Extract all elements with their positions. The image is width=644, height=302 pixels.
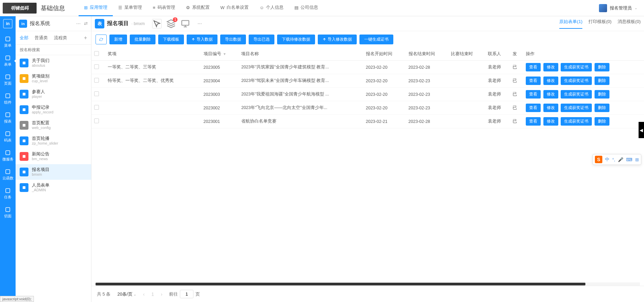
export-data-button[interactable]: 导出数据 [220,35,246,44]
top-nav-item[interactable]: W白名单设置 [215,0,254,16]
tree-item[interactable]: 新闻公告bm_news [16,149,91,164]
import-data-button[interactable]: 导入数据 [187,35,217,44]
view-button[interactable]: 查看 [526,77,541,85]
column-header[interactable]: 项目名称 [238,48,363,61]
left-tab[interactable]: 全部 [20,34,28,42]
download-modify-button[interactable]: 下载待修改数据 [277,35,315,44]
column-header[interactable]: 操作 [523,48,644,61]
add-button[interactable]: 新增 [109,35,127,44]
gen-cert-button[interactable]: 生成获奖证书 [561,90,592,99]
delete-button[interactable]: 删除 [595,104,609,112]
top-nav-item[interactable]: ☺个人信息 [254,0,289,16]
view-button[interactable]: 查看 [526,104,541,112]
tree-search-input[interactable] [16,45,91,55]
top-nav-item[interactable]: ⚙系统配置 [181,0,215,16]
content-header-tab[interactable]: 原始表单(1) [559,19,582,29]
tree-item[interactable]: 关于我们aboutus [16,55,91,71]
layers-button[interactable]: 1 [166,19,176,28]
left-tab[interactable]: 流程类 [54,34,67,42]
column-header[interactable]: 发 [510,48,523,61]
next-page-button[interactable]: › [161,292,163,297]
delete-button[interactable]: 删除 [595,77,609,85]
content-header-tab[interactable]: 打印模板(0) [588,19,611,29]
gen-cert-button[interactable]: 生成获奖证书 [561,63,592,71]
top-nav-item[interactable]: ▤公司信息 [289,0,324,16]
ime-bar[interactable]: S 中 °, 🎤 ⌨ ⊞ [593,154,641,165]
row-checkbox[interactable] [94,105,99,110]
swap-icon[interactable]: ⇄ [84,21,88,26]
ime-keyboard-icon[interactable]: ⌨ [626,157,632,162]
view-button[interactable]: 查看 [526,90,541,99]
rail-item[interactable]: 菜单 [0,33,16,51]
ime-mic-icon[interactable]: 🎤 [618,157,623,162]
filter-icon[interactable]: ▼ [223,52,226,56]
column-header[interactable]: 联系人 [485,48,510,61]
left-tab[interactable]: 普通类 [35,34,48,42]
more-tools-button[interactable]: ⋯ [195,19,204,28]
export-selected-button[interactable]: 导出已选 [249,35,274,44]
select-all-checkbox[interactable] [94,51,99,56]
edit-button[interactable]: 修改 [543,63,558,71]
edit-button[interactable]: 修改 [543,104,558,112]
row-checkbox[interactable] [94,118,99,123]
right-drawer-toggle[interactable]: ◀ [639,122,644,138]
desktop-button[interactable] [181,19,190,28]
column-header[interactable]: 项目编号 ▼ [201,48,239,61]
top-nav-item[interactable]: ☰菜单管理 [113,0,147,16]
rail-item[interactable]: 表单 [0,51,16,70]
rail-item[interactable]: 报表 [0,108,16,127]
row-checkbox[interactable] [94,64,99,69]
rail-item[interactable]: 码表 [0,127,16,146]
edit-button[interactable]: 修改 [543,90,558,99]
app-icon[interactable]: in [3,19,13,28]
column-header[interactable]: 比赛结束时 [448,48,485,61]
tree-item[interactable]: 人员表单_ADMIN [16,180,91,195]
gen-cert-button[interactable]: 生成获奖证书 [561,117,592,126]
gen-cert-button[interactable]: 生成获奖证书 [561,104,592,112]
row-checkbox[interactable] [94,91,99,96]
jump-input[interactable] [180,290,193,298]
tree-item[interactable]: 报名项目bmxm [16,164,91,180]
ime-lang[interactable]: 中 [605,156,609,163]
page-size-select[interactable]: 20条/页 ⌄ [117,291,136,297]
gen-cert-button[interactable]: 一键生成证书 [359,35,393,44]
rail-item[interactable]: 切面 [0,203,16,222]
delete-button[interactable]: 删除 [595,90,609,99]
page-number[interactable]: 1 [151,292,154,297]
user-menu[interactable]: 报名管理员 ⌄ [599,4,644,12]
column-header[interactable]: 报名结束时间 [406,48,449,61]
tree-item[interactable]: 奖项级别cup_level [16,71,91,86]
tree-item[interactable]: 参赛人player [16,86,91,102]
delete-button[interactable]: 删除 [595,117,609,126]
edit-button[interactable]: 修改 [543,77,558,85]
rail-item[interactable]: 云函数 [0,165,16,184]
top-nav-item[interactable]: ⊞应用管理 [79,0,113,16]
rail-item[interactable]: 任务 [0,184,16,203]
top-nav-item[interactable]: ≡码表管理 [147,0,181,16]
horizontal-scrollbar[interactable] [96,282,640,286]
view-button[interactable]: 查看 [526,63,541,71]
rail-item[interactable]: 组件 [0,89,16,108]
ime-grid-icon[interactable]: ⊞ [635,157,639,162]
tree-item[interactable]: 申报记录apply_record [16,102,91,117]
content-header-tab[interactable]: 消息模板(0) [618,19,641,29]
cursor-tool-button[interactable] [152,19,162,28]
prev-page-button[interactable]: ‹ [143,292,145,297]
tree-item[interactable]: 首页配置web_config [16,117,91,133]
import-modify-button[interactable]: 导入修改数据 [318,35,357,44]
gen-cert-button[interactable]: 生成获奖证书 [561,77,592,85]
tree-item[interactable]: 首页轮播zp_home_slider [16,133,91,149]
refresh-button[interactable] [96,35,107,44]
rail-item[interactable]: 页面 [0,70,16,89]
rail-item[interactable]: 微服务 [0,146,16,165]
column-header[interactable]: 奖项 [105,48,201,61]
edit-button[interactable]: 修改 [543,117,558,126]
ime-punct-icon[interactable]: °, [612,157,615,162]
delete-button[interactable]: 删除 [595,63,609,71]
column-header[interactable]: 报名开始时间 [363,48,406,61]
download-template-button[interactable]: 下载模板 [158,35,184,44]
batch-delete-button[interactable]: 批量删除 [130,35,155,44]
view-button[interactable]: 查看 [526,117,541,126]
add-category-button[interactable]: + [84,35,87,41]
more-icon[interactable]: ⋯ [76,21,81,26]
